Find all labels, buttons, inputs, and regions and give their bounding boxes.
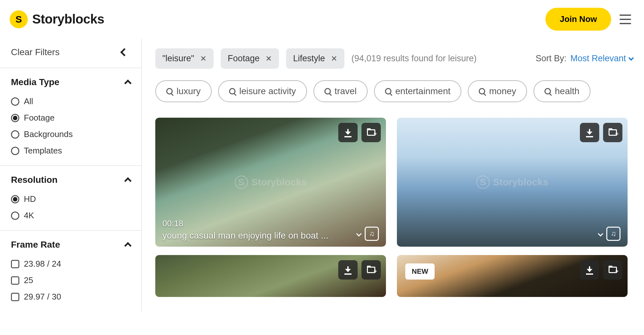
radio-media-all[interactable]: All <box>11 93 130 110</box>
suggestion-pills-row: luxury leisure activity travel entertain… <box>155 80 633 102</box>
music-button[interactable]: ♫ <box>365 227 379 241</box>
results-grid: SStoryblocks 00:18 young casual man enjo… <box>155 118 633 247</box>
filter-tag-label: Lifestyle <box>293 54 325 64</box>
close-icon[interactable]: ✕ <box>200 54 207 63</box>
download-button[interactable] <box>338 260 358 280</box>
video-card[interactable] <box>155 255 386 297</box>
chevron-up-icon <box>124 177 132 185</box>
active-filters-row: "leisure" ✕ Footage ✕ Lifestyle ✕ (94,01… <box>155 48 633 69</box>
video-card[interactable]: SStoryblocks ♫ <box>397 118 628 247</box>
suggestion-label: luxury <box>177 86 201 96</box>
checkbox-frame-rate-25[interactable]: 25 <box>11 272 130 289</box>
radio-icon <box>11 130 19 139</box>
filter-title: Media Type <box>11 77 59 87</box>
folder-plus-icon <box>367 267 375 273</box>
suggestion-pill-entertainment[interactable]: entertainment <box>374 80 461 102</box>
add-to-folder-button[interactable] <box>603 260 622 280</box>
close-icon[interactable]: ✕ <box>331 54 337 63</box>
video-title: young casual man enjoying life on boat .… <box>162 231 328 241</box>
logo-mark-icon: S <box>10 10 28 28</box>
video-card[interactable]: SStoryblocks 00:18 young casual man enjo… <box>155 118 386 247</box>
filter-title: Resolution <box>11 175 58 185</box>
radio-media-backgrounds[interactable]: Backgrounds <box>11 126 130 143</box>
filter-tag-leisure: "leisure" ✕ <box>155 48 214 69</box>
filter-head-media-type[interactable]: Media Type <box>11 77 130 87</box>
card-actions <box>338 260 381 280</box>
content: "leisure" ✕ Footage ✕ Lifestyle ✕ (94,01… <box>142 39 644 311</box>
download-icon <box>344 129 351 136</box>
download-icon <box>586 129 593 136</box>
checkbox-icon <box>11 260 19 268</box>
suggestion-pill-health[interactable]: health <box>533 80 590 102</box>
add-to-folder-button[interactable] <box>361 260 381 280</box>
active-filters-left: "leisure" ✕ Footage ✕ Lifestyle ✕ (94,01… <box>155 48 477 69</box>
radio-label: Templates <box>24 146 62 156</box>
folder-plus-icon <box>609 267 617 273</box>
filter-tag-footage: Footage ✕ <box>221 48 279 69</box>
download-button[interactable] <box>580 260 599 280</box>
filter-title: Frame Rate <box>11 240 60 250</box>
header-right: Join Now <box>545 8 631 31</box>
checkbox-label: 23.98 / 24 <box>24 259 61 269</box>
sidebar: Clear Filters Media Type All Footage Bac… <box>0 39 142 311</box>
add-to-folder-button[interactable] <box>603 123 622 142</box>
search-icon <box>229 88 235 94</box>
download-icon <box>586 266 593 273</box>
results-count-text: (94,019 results found for leisure) <box>351 54 477 64</box>
checkbox-frame-rate-30[interactable]: 29.97 / 30 <box>11 289 130 305</box>
filter-head-frame-rate[interactable]: Frame Rate <box>11 240 130 250</box>
add-to-folder-button[interactable] <box>361 123 381 142</box>
checkbox-label: 25 <box>24 275 33 285</box>
chevron-down-icon[interactable] <box>356 231 362 237</box>
clear-filters-button[interactable]: Clear Filters <box>11 47 60 57</box>
card-overlay-bottom: ♫ <box>397 221 628 247</box>
checkbox-icon <box>11 293 19 301</box>
logo-text: Storyblocks <box>32 12 104 26</box>
sort-dropdown[interactable]: Most Relevant <box>570 54 633 64</box>
suggestion-pill-luxury[interactable]: luxury <box>155 80 212 102</box>
radio-media-footage[interactable]: Footage <box>11 110 130 126</box>
music-button[interactable]: ♫ <box>606 227 620 241</box>
sort-value-text: Most Relevant <box>570 54 626 64</box>
suggestion-pill-travel[interactable]: travel <box>313 80 368 102</box>
new-badge: NEW <box>405 263 435 280</box>
video-card[interactable]: NEW <box>397 255 628 297</box>
search-icon <box>385 88 391 94</box>
card-bottom-right: ♫ <box>357 227 379 241</box>
main: Clear Filters Media Type All Footage Bac… <box>0 39 644 311</box>
filter-section-media-type: Media Type All Footage Backgrounds Templ… <box>0 68 141 166</box>
card-actions <box>580 123 622 142</box>
chevron-up-icon <box>124 242 132 250</box>
filter-tag-label: "leisure" <box>162 54 194 64</box>
logo[interactable]: S Storyblocks <box>10 10 104 28</box>
join-now-button[interactable]: Join Now <box>545 8 611 31</box>
close-icon[interactable]: ✕ <box>265 54 272 63</box>
suggestion-label: entertainment <box>395 86 450 96</box>
chevron-down-icon[interactable] <box>598 231 603 237</box>
radio-resolution-hd[interactable]: HD <box>11 191 130 207</box>
radio-label: All <box>24 96 33 106</box>
results-grid-row-2: NEW <box>155 255 633 297</box>
sort-label: Sort By: <box>535 54 566 64</box>
radio-icon <box>11 97 19 106</box>
filter-head-resolution[interactable]: Resolution <box>11 175 130 185</box>
search-icon <box>479 88 485 94</box>
radio-label: Footage <box>24 113 54 123</box>
folder-plus-icon <box>609 129 617 136</box>
collapse-sidebar-icon[interactable] <box>120 48 128 56</box>
chevron-up-icon <box>124 80 132 87</box>
checkbox-frame-rate-24[interactable]: 23.98 / 24 <box>11 256 130 272</box>
suggestion-pill-leisure-activity[interactable]: leisure activity <box>218 80 307 102</box>
radio-resolution-4k[interactable]: 4K <box>11 207 130 224</box>
search-icon <box>544 88 551 94</box>
radio-icon <box>11 212 19 220</box>
radio-label: Backgrounds <box>24 129 73 139</box>
download-button[interactable] <box>580 123 599 142</box>
radio-icon <box>11 114 19 122</box>
suggestion-pill-money[interactable]: money <box>468 80 527 102</box>
hamburger-menu-icon[interactable] <box>620 15 631 24</box>
radio-media-templates[interactable]: Templates <box>11 143 130 159</box>
radio-label: HD <box>24 194 36 204</box>
music-icon: ♫ <box>611 230 616 238</box>
download-button[interactable] <box>338 123 358 142</box>
